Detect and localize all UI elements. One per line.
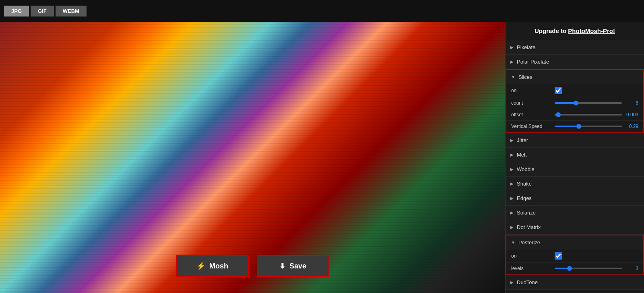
effect-jitter: ▶ Jitter [506, 133, 644, 148]
slices-vspeed-slider-container: 0.29 [555, 124, 638, 129]
mosh-label: Mosh [209, 262, 228, 270]
effect-melt-header[interactable]: ▶ Melt [506, 148, 644, 162]
download-icon: ⬇ [279, 262, 285, 270]
slices-count-label: count [511, 100, 551, 106]
posterize-on-checkbox[interactable] [555, 252, 562, 260]
format-gif-button[interactable]: GIF [31, 6, 54, 17]
posterize-arrow: ▼ [511, 240, 515, 245]
slices-vspeed-value: 0.29 [624, 124, 638, 129]
effect-solarize-header[interactable]: ▶ Solarize [506, 206, 644, 220]
wobble-arrow: ▶ [510, 167, 514, 171]
slices-label: Slices [518, 74, 533, 80]
top-bar: JPG GIF WEBM [0, 0, 644, 22]
effect-wobble: ▶ Wobble [506, 162, 644, 177]
format-jpg-button[interactable]: JPG [4, 6, 29, 17]
effect-solarize: ▶ Solarize [506, 206, 644, 220]
shake-arrow: ▶ [510, 182, 514, 186]
effect-jitter-header[interactable]: ▶ Jitter [506, 133, 644, 147]
slices-on-row: on [506, 84, 643, 97]
save-button[interactable]: ⬇ Save [257, 255, 329, 277]
slices-offset-slider-container: 0.003 [555, 112, 638, 118]
effect-shake-header[interactable]: ▶ Shake [506, 177, 644, 191]
duotone-label: DuoTone [517, 279, 538, 285]
slices-content: on count 6 offset 0.003 [506, 84, 643, 132]
polar-pixelate-label: Polar Pixelate [517, 59, 549, 65]
dot-matrix-arrow: ▶ [510, 225, 514, 229]
mosh-button[interactable]: ⚡ Mosh [176, 255, 249, 277]
action-buttons: ⚡ Mosh ⬇ Save [176, 255, 329, 277]
canvas-image [0, 22, 505, 293]
lightning-icon: ⚡ [196, 262, 205, 270]
slices-vspeed-slider[interactable] [555, 126, 622, 127]
main-layout: ⚡ Mosh ⬇ Save Upgrade to PhotoMosh-Pro! … [0, 22, 644, 293]
effect-melt: ▶ Melt [506, 148, 644, 162]
effect-wobble-header[interactable]: ▶ Wobble [506, 162, 644, 176]
pixelate-arrow: ▶ [510, 45, 514, 50]
upgrade-banner: Upgrade to PhotoMosh-Pro! [506, 22, 644, 40]
slices-count-value: 6 [624, 100, 638, 106]
posterize-levels-slider-container: 3 [555, 266, 638, 271]
effect-shake: ▶ Shake [506, 177, 644, 191]
posterize-levels-slider[interactable] [555, 268, 622, 269]
canvas-area: ⚡ Mosh ⬇ Save [0, 22, 505, 293]
posterize-levels-row: levels 3 [506, 263, 643, 274]
slices-count-slider-container: 6 [555, 100, 638, 106]
slices-on-label: on [511, 88, 551, 93]
slices-on-checkbox[interactable] [555, 87, 562, 94]
slices-vspeed-row: Vertical Speed 0.29 [506, 121, 643, 132]
posterize-on-row: on [506, 250, 643, 263]
slices-vspeed-label: Vertical Speed [511, 124, 551, 129]
posterize-content: on levels 3 [506, 250, 643, 274]
slices-arrow: ▼ [511, 75, 515, 79]
slices-offset-label: offset [511, 112, 551, 118]
effect-pixelate: ▶ Pixelate [506, 40, 644, 55]
dot-matrix-label: Dot Matrix [517, 224, 541, 230]
effect-pixelate-header[interactable]: ▶ Pixelate [506, 40, 644, 54]
slices-offset-row: offset 0.003 [506, 109, 643, 121]
posterize-label: Posterize [518, 239, 540, 246]
slices-count-row: count 6 [506, 97, 643, 109]
solarize-label: Solarize [517, 210, 536, 216]
edges-arrow: ▶ [510, 196, 514, 200]
effect-dot-matrix-header[interactable]: ▶ Dot Matrix [506, 220, 644, 234]
effect-duotone-header[interactable]: ▶ DuoTone [506, 275, 644, 289]
posterize-on-label: on [511, 253, 551, 259]
effect-dot-matrix: ▶ Dot Matrix [506, 220, 644, 235]
slices-count-slider[interactable] [555, 102, 622, 104]
posterize-levels-label: levels [511, 266, 551, 271]
slices-offset-value: 0.003 [624, 112, 638, 118]
pixelate-label: Pixelate [517, 44, 535, 50]
duotone-arrow: ▶ [510, 280, 514, 285]
effect-edges: ▶ Edges [506, 191, 644, 206]
melt-label: Melt [517, 152, 527, 158]
right-panel: Upgrade to PhotoMosh-Pro! ▶ Pixelate ▶ P… [505, 22, 644, 293]
jitter-label: Jitter [517, 137, 528, 143]
shake-label: Shake [517, 181, 532, 187]
wobble-label: Wobble [517, 166, 535, 172]
posterize-levels-value: 3 [624, 266, 638, 271]
solarize-arrow: ▶ [510, 210, 514, 215]
upgrade-text: Upgrade to PhotoMosh-Pro! [535, 27, 615, 34]
effect-polar-pixelate: ▶ Polar Pixelate [506, 55, 644, 69]
effect-edges-header[interactable]: ▶ Edges [506, 191, 644, 205]
jitter-arrow: ▶ [510, 138, 514, 142]
save-label: Save [289, 262, 306, 270]
effect-posterize: ▼ Posterize on levels 3 [506, 235, 644, 275]
effect-slices: ▼ Slices on count 6 [506, 69, 644, 133]
melt-arrow: ▶ [510, 153, 514, 157]
effect-duotone: ▶ DuoTone [506, 275, 644, 290]
edges-label: Edges [517, 195, 532, 201]
effect-polar-pixelate-header[interactable]: ▶ Polar Pixelate [506, 55, 644, 69]
effect-slices-header[interactable]: ▼ Slices [506, 70, 643, 84]
format-webm-button[interactable]: WEBM [56, 6, 87, 17]
polar-pixelate-arrow: ▶ [510, 60, 514, 64]
slices-offset-slider[interactable] [555, 114, 622, 116]
effect-posterize-header[interactable]: ▼ Posterize [506, 235, 643, 250]
